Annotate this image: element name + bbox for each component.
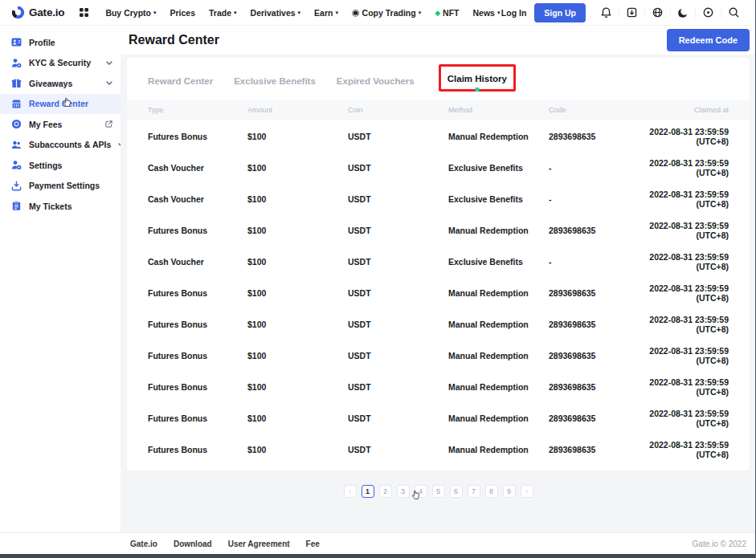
cell-claimed-at: 2022-08-31 23:59:59 (UTC+8) bbox=[649, 189, 729, 209]
bottom-bar bbox=[0, 554, 756, 558]
cell-claimed-at: 2022-08-31 23:59:59 (UTC+8) bbox=[649, 409, 729, 428]
sidebar-item-label: Subaccounts & APIs bbox=[29, 140, 111, 149]
cell-claimed-at: 2022-08-31 23:59:59 (UTC+8) bbox=[649, 252, 729, 271]
nav-item-prices[interactable]: Prices bbox=[170, 8, 195, 18]
cell-coin: USDT bbox=[348, 163, 448, 173]
cell-method: Exclusive Benefits bbox=[448, 257, 549, 267]
nav-item-copy-trading[interactable]: Copy Trading▾ bbox=[352, 8, 421, 18]
nav-item-trade[interactable]: Trade▾ bbox=[209, 8, 237, 18]
app-download-icon[interactable] bbox=[619, 6, 644, 18]
cell-amount: $100 bbox=[247, 320, 348, 329]
tab-reward-center[interactable]: Reward Center bbox=[148, 76, 213, 86]
cell-method: Exclusive Benefits bbox=[448, 194, 549, 204]
tab-claim-history[interactable]: Claim History bbox=[447, 74, 507, 83]
caret-down-icon: ▾ bbox=[153, 10, 157, 16]
sidebar-item-giveaways[interactable]: Giveaways bbox=[0, 73, 121, 94]
cell-amount: $100 bbox=[247, 288, 348, 298]
cell-amount: $100 bbox=[247, 351, 348, 360]
page-button-5[interactable]: 5 bbox=[432, 485, 445, 498]
main-nav: Buy Crypto▾PricesTrade▾Derivatives▾Earn▾… bbox=[105, 8, 500, 18]
page-button-3[interactable]: 3 bbox=[397, 485, 410, 498]
page-button-9[interactable]: 9 bbox=[503, 485, 516, 498]
nav-item-earn[interactable]: Earn▾ bbox=[314, 8, 338, 18]
nav-item-label: Earn bbox=[314, 8, 333, 18]
sidebar-item-profile[interactable]: Profile bbox=[0, 32, 121, 53]
sidebar-item-reward-center[interactable]: Reward Center bbox=[0, 94, 121, 115]
table-row: Futures Bonus $100 USDT Manual Redemptio… bbox=[127, 214, 750, 246]
sidebar-item-label: My Fees bbox=[29, 120, 62, 129]
nav-item-label: Trade bbox=[209, 8, 231, 18]
cell-code: - bbox=[549, 163, 649, 173]
cell-type: Cash Voucher bbox=[148, 194, 247, 204]
brand-name: Gate.io bbox=[29, 6, 64, 18]
nav-item-buy-crypto[interactable]: Buy Crypto▾ bbox=[105, 8, 156, 18]
cell-coin: USDT bbox=[348, 382, 448, 392]
page-button-2[interactable]: 2 bbox=[379, 485, 392, 498]
page-button-6[interactable]: 6 bbox=[450, 485, 463, 498]
circle-dot-icon[interactable] bbox=[695, 6, 721, 18]
sidebar-item-settings[interactable]: Settings bbox=[0, 155, 121, 176]
sidebar-item-label: Giveaways bbox=[29, 79, 72, 88]
nav-item-label: NFT bbox=[443, 8, 459, 18]
footer-links: Gate.io Download User Agreement Fee bbox=[130, 540, 320, 548]
login-link[interactable]: Log In bbox=[501, 8, 527, 18]
globe-icon[interactable] bbox=[644, 6, 670, 18]
cell-code: - bbox=[549, 257, 649, 267]
payment-download-icon bbox=[11, 181, 22, 191]
cell-method: Manual Redemption bbox=[448, 288, 549, 298]
col-header-amount: Amount bbox=[247, 106, 348, 114]
apps-grid-icon[interactable] bbox=[72, 7, 96, 18]
table-row: Cash Voucher $100 USDT Exclusive Benefit… bbox=[127, 246, 750, 277]
footer-link-download[interactable]: Download bbox=[174, 540, 212, 548]
sidebar-item-subaccounts-apis[interactable]: Subaccounts & APIs bbox=[0, 135, 121, 156]
cell-method: Manual Redemption bbox=[448, 351, 549, 360]
tab-bar: Reward Center Exclusive Benefits Expired… bbox=[127, 58, 750, 100]
footer-link-gateio[interactable]: Gate.io bbox=[130, 540, 157, 548]
sidebar-item-label: KYC & Security bbox=[29, 58, 91, 67]
cell-method: Manual Redemption bbox=[448, 413, 549, 423]
tab-expired-vouchers[interactable]: Expired Vouchers bbox=[337, 76, 415, 86]
footer: Gate.io Download User Agreement Fee Gate… bbox=[0, 532, 756, 554]
bell-icon[interactable] bbox=[594, 6, 619, 18]
prev-page-button[interactable]: ‹ bbox=[344, 485, 357, 498]
signup-button[interactable]: Sign Up bbox=[534, 3, 586, 22]
moon-icon[interactable] bbox=[670, 7, 695, 18]
nav-item-label: News bbox=[473, 8, 495, 18]
cell-coin: USDT bbox=[348, 351, 448, 360]
next-page-button[interactable]: › bbox=[521, 485, 533, 498]
page-button-8[interactable]: 8 bbox=[485, 485, 498, 498]
cell-type: Futures Bonus bbox=[148, 320, 247, 329]
nav-item-derivatives[interactable]: Derivatives▾ bbox=[251, 8, 301, 18]
cell-type: Futures Bonus bbox=[148, 132, 247, 141]
person-gear-icon bbox=[11, 160, 22, 170]
table-body: Futures Bonus $100 USDT Manual Redemptio… bbox=[127, 120, 750, 465]
sidebar-item-label: Profile bbox=[29, 38, 55, 47]
page-title: Reward Center bbox=[129, 33, 219, 47]
footer-link-fee[interactable]: Fee bbox=[306, 540, 320, 548]
nav-item-news[interactable]: News▾ bbox=[473, 8, 501, 18]
cell-coin: USDT bbox=[348, 413, 448, 423]
redeem-code-button[interactable]: Redeem Code bbox=[667, 29, 750, 51]
cell-amount: $100 bbox=[247, 445, 348, 454]
sidebar-item-my-fees[interactable]: My Fees bbox=[0, 114, 121, 135]
page-button-7[interactable]: 7 bbox=[468, 485, 480, 498]
table-row: Futures Bonus $100 USDT Manual Redemptio… bbox=[127, 434, 750, 465]
cell-code: 2893698635 bbox=[549, 445, 649, 454]
sidebar-item-payment-settings[interactable]: Payment Settings bbox=[0, 176, 121, 197]
nav-item-label: Copy Trading bbox=[362, 8, 416, 18]
cell-claimed-at: 2022-08-31 23:59:59 (UTC+8) bbox=[649, 315, 729, 334]
page-button-4[interactable]: 4 bbox=[415, 485, 427, 498]
sidebar-item-my-tickets[interactable]: My Tickets bbox=[0, 196, 121, 217]
table-row: Futures Bonus $100 USDT Manual Redemptio… bbox=[127, 371, 750, 402]
page-button-1[interactable]: 1 bbox=[362, 485, 374, 498]
gateio-logo[interactable]: Gate.io bbox=[11, 6, 64, 19]
cell-claimed-at: 2022-08-31 23:59:59 (UTC+8) bbox=[649, 346, 729, 365]
cell-code: 2893698635 bbox=[549, 132, 649, 141]
footer-copyright: Gate.io © 2022 bbox=[693, 540, 746, 548]
footer-link-user-agreement[interactable]: User Agreement bbox=[228, 540, 290, 548]
nav-item-nft[interactable]: NFT bbox=[435, 8, 459, 18]
tab-exclusive-benefits[interactable]: Exclusive Benefits bbox=[234, 76, 316, 86]
sidebar-item-kyc-security[interactable]: KYC & Security bbox=[0, 53, 121, 74]
gateio-logo-icon bbox=[11, 6, 25, 19]
search-icon[interactable] bbox=[721, 6, 746, 18]
